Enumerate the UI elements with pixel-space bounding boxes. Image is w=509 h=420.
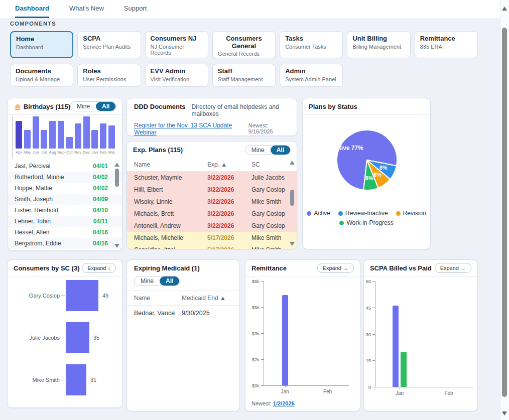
legend-dot-icon — [338, 211, 343, 216]
all-button[interactable]: All — [160, 276, 179, 286]
column-header-name[interactable]: Name — [134, 295, 182, 302]
expand-button[interactable]: Expand → — [435, 263, 471, 273]
birthdays-header: 🎂 Birthdays (115) Mine All — [8, 98, 122, 115]
col-exp: 3/22/2026 — [207, 210, 251, 217]
birthday-bar — [90, 130, 99, 149]
svg-text:8%: 8% — [365, 175, 373, 181]
month-label: Jun — [32, 150, 40, 155]
exp-plan-row[interactable]: Michaels, Brett3/22/2026Gary Coslop — [127, 208, 297, 220]
component-card-unit-billing[interactable]: Unit BillingBilling Management — [347, 31, 410, 58]
expiring-medicaid-row[interactable]: Bednar, Vance9/30/2025 — [127, 306, 239, 321]
axis-tick-label: Feb — [318, 389, 338, 394]
bar — [33, 116, 39, 149]
mine-button[interactable]: Mine — [245, 146, 271, 155]
birthday-date: 04/02 — [93, 185, 108, 192]
column-header-exp[interactable]: Exp. ▲ — [207, 161, 251, 168]
component-card-consumers-general[interactable]: Consumers GeneralGeneral Records — [212, 31, 276, 58]
column-header-medicaid-end[interactable]: Medicaid End ▲ — [182, 295, 226, 302]
person-name: Fisher, Reinhold — [15, 207, 58, 214]
expiring-medicaid-table-header: Name Medicaid End ▲ — [127, 291, 239, 306]
webinar-link[interactable]: Register for the Nov. 13 SCA Update Webi… — [134, 122, 243, 136]
component-card-subtitle: Billing Management — [352, 44, 405, 50]
scpa-billed-vs-paid-widget: SCPA Billed vs Paid Expand → 60 45 30 15… — [363, 259, 478, 411]
scroll-thumb[interactable] — [290, 190, 294, 206]
tab-support[interactable]: Support — [124, 0, 147, 17]
birthday-bar — [65, 137, 74, 149]
component-card-subtitle: User Permissions — [83, 76, 135, 82]
expand-button[interactable]: Expand ↓ — [82, 263, 116, 273]
person-name: Hoppe, Mattie — [15, 185, 52, 192]
month-label: Dec — [82, 150, 91, 155]
component-card-roles[interactable]: RolesUser Permissions — [77, 64, 141, 87]
page-scroll-up-icon[interactable] — [502, 7, 507, 11]
column-header-sc[interactable]: SC — [251, 161, 290, 168]
birthday-list-item[interactable]: Rutherford, Minnie04/02 — [8, 172, 122, 183]
svg-text:Active 77%: Active 77% — [331, 145, 363, 152]
bar-billed — [393, 306, 399, 387]
birthday-date: 04/16 — [93, 229, 108, 236]
scroll-down-icon[interactable] — [114, 244, 119, 248]
birthday-list-item[interactable]: Lehner, Tobin04/11 — [8, 216, 122, 227]
y-axis-line — [375, 281, 375, 387]
birthday-bar — [57, 121, 65, 149]
bar — [100, 123, 106, 149]
component-card-staff[interactable]: StaffStaff Management — [212, 64, 276, 87]
person-name: Jast, Percival — [15, 163, 50, 170]
bar — [66, 280, 98, 311]
scpa-billed-header: SCPA Billed vs Paid Expand → — [364, 260, 477, 276]
birthday-list-item[interactable]: Jast, Percival04/01 — [8, 161, 122, 172]
newest-date-link[interactable]: 1/2/2026 — [273, 400, 295, 406]
component-card-scpa[interactable]: SCPAService Plan Audits — [77, 31, 141, 58]
component-card-subtitle: Staff Management — [218, 76, 270, 82]
birthdays-list-scrollbar[interactable] — [114, 163, 120, 248]
birthday-list-item[interactable]: Hessel, Allen04/16 — [8, 227, 122, 238]
exp-plan-row[interactable]: Considine, Itzel5/17/2026Mike Smith — [127, 244, 297, 249]
exp-plans-table-body: Schuster, Maymie3/22/2026Julie JacobsHil… — [127, 172, 297, 249]
birthday-list-item[interactable]: Hoppe, Mattie04/02 — [8, 183, 122, 194]
all-button[interactable]: All — [96, 102, 115, 111]
page-scroll-down-icon[interactable] — [502, 411, 507, 415]
component-card-consumers-nj[interactable]: Consumers NJNJ Consumer Records — [145, 31, 208, 58]
birthdays-bars — [15, 116, 116, 149]
legend-label: Revision — [403, 210, 426, 217]
all-button[interactable]: All — [271, 146, 290, 155]
component-card-home[interactable]: HomeDashboard — [10, 31, 73, 58]
mine-button[interactable]: Mine — [135, 276, 160, 286]
bar-label: Julie Jacobs — [8, 335, 60, 341]
exp-plans-scrollbar[interactable] — [289, 161, 295, 246]
month-label: Sep — [57, 150, 65, 155]
component-card-remittance[interactable]: Remittance835 ERA — [415, 31, 478, 58]
component-cards-grid: HomeDashboardSCPAService Plan AuditsCons… — [10, 31, 478, 87]
tab-what-s-new[interactable]: What's New — [69, 0, 104, 17]
component-card-tasks[interactable]: TasksConsumer Tasks — [280, 31, 343, 58]
axis-tick-label: Jan — [275, 389, 295, 394]
scroll-up-icon[interactable] — [114, 163, 119, 167]
component-card-evv-admin[interactable]: EVV AdminVisit Verification — [145, 64, 208, 87]
page-scroll-thumb[interactable] — [502, 28, 507, 397]
birthday-list-item[interactable]: Bergstrom, Eddie04/16 — [8, 238, 122, 249]
scroll-up-icon[interactable] — [290, 161, 295, 165]
scroll-down-icon[interactable] — [290, 242, 295, 246]
plans-pie-chart: 8%8%8%Active 77% — [303, 117, 431, 208]
exp-plan-row[interactable]: Antonelli, Andrew3/22/2026Gary Coslop — [127, 220, 297, 232]
expand-button[interactable]: Expand → — [317, 263, 354, 273]
person-name: Hessel, Allen — [15, 229, 49, 236]
bar-value: 49 — [102, 293, 108, 299]
exp-plan-row[interactable]: Michaels, Michelle5/17/2026Mike Smith — [127, 232, 297, 244]
component-card-documents[interactable]: DocumentsUpload & Manage — [10, 64, 73, 87]
exp-plan-row[interactable]: Wisoky, Linnie3/22/2026Mike Smith — [127, 196, 297, 208]
scroll-thumb[interactable] — [115, 169, 119, 187]
mine-button[interactable]: Mine — [71, 102, 96, 111]
exp-plan-row[interactable]: Schuster, Maymie3/22/2026Julie Jacobs — [127, 172, 297, 184]
column-header-name[interactable]: Name — [134, 161, 207, 168]
page-scrollbar[interactable] — [500, 0, 509, 420]
exp-plan-row[interactable]: Hilll, Elbert3/22/2026Gary Coslop — [127, 184, 297, 196]
x-axis-line — [375, 387, 473, 387]
tab-dashboard[interactable]: Dashboard — [15, 0, 49, 18]
month-label: Nov — [74, 150, 82, 155]
birthday-list-item[interactable]: Smith, Joseph04/09 — [8, 194, 122, 205]
birthday-list-item[interactable]: Fisher, Reinhold04/10 — [8, 205, 122, 216]
axis-tick — [61, 296, 65, 296]
component-card-admin[interactable]: AdminSystem Admin Panel — [280, 64, 343, 87]
component-card-title: Tasks — [285, 35, 337, 43]
